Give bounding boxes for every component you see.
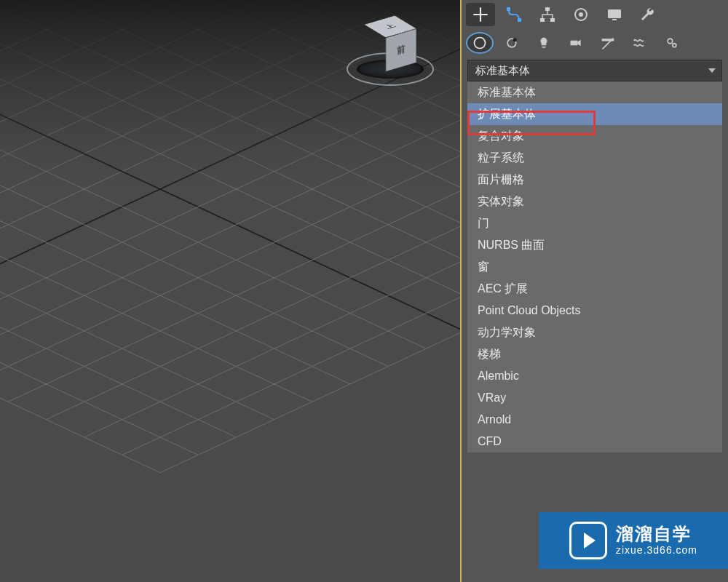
svg-rect-13	[571, 41, 578, 46]
tab-utilities[interactable]	[633, 3, 662, 26]
category-option[interactable]: 粒子系统	[467, 147, 722, 169]
svg-rect-7	[608, 9, 621, 18]
subtab-shapes[interactable]	[498, 32, 526, 54]
display-icon	[606, 6, 623, 23]
plus-icon	[471, 5, 490, 24]
category-option[interactable]: 面片栅格	[467, 169, 722, 191]
viewport[interactable]: 上 前 左	[0, 0, 462, 582]
watermark: 溜溜自学 zixue.3d66.com	[539, 512, 728, 569]
svg-rect-12	[542, 47, 546, 48]
svg-rect-8	[612, 19, 617, 20]
subtab-cameras[interactable]	[562, 32, 590, 54]
category-option[interactable]: Alembic	[467, 365, 722, 387]
hierarchy-icon	[539, 6, 556, 23]
camera-icon	[569, 36, 583, 50]
tab-create[interactable]	[466, 3, 495, 26]
motion-icon	[572, 6, 590, 23]
category-option[interactable]: 楼梯	[467, 343, 722, 365]
create-subtabs	[462, 29, 728, 57]
subtab-helpers[interactable]	[594, 32, 622, 54]
bulb-icon	[537, 36, 551, 50]
svg-rect-3	[540, 18, 545, 22]
subtab-geometry[interactable]	[466, 32, 494, 54]
svg-point-16	[673, 44, 676, 47]
category-option[interactable]: 扩展基本体	[467, 103, 722, 125]
gears-icon	[665, 36, 679, 50]
viewcube-cube[interactable]: 上 前 左	[375, 22, 406, 65]
tab-modify[interactable]	[499, 3, 529, 26]
category-option[interactable]: 门	[467, 212, 722, 234]
category-option[interactable]: AEC 扩展	[467, 278, 722, 300]
dropdown-current-label: 标准基本体	[475, 64, 530, 76]
category-option[interactable]: NURBS 曲面	[467, 234, 722, 256]
sphere-icon	[472, 36, 487, 50]
tab-hierarchy[interactable]	[533, 3, 562, 26]
svg-rect-0	[507, 7, 510, 11]
category-option[interactable]: Arnold	[467, 409, 722, 431]
watermark-title: 溜溜自学	[616, 525, 697, 543]
bezier-icon	[505, 6, 523, 23]
watermark-text: 溜溜自学 zixue.3d66.com	[616, 525, 697, 556]
category-option[interactable]: CFD	[467, 431, 722, 453]
subtab-spacewarps[interactable]	[626, 32, 654, 54]
shape-icon	[505, 36, 519, 50]
category-option[interactable]: 动力学对象	[467, 322, 722, 343]
svg-point-15	[668, 39, 673, 44]
tab-motion[interactable]	[566, 3, 596, 26]
ruler-icon	[601, 36, 615, 50]
svg-point-6	[579, 12, 583, 17]
svg-rect-2	[545, 7, 550, 11]
category-option[interactable]: 实体对象	[467, 191, 722, 212]
subtab-lights[interactable]	[530, 32, 558, 54]
viewcube[interactable]: 上 前 左	[347, 15, 434, 102]
svg-rect-4	[550, 18, 555, 22]
category-option[interactable]: VRay	[467, 387, 722, 409]
category-option[interactable]: 标准基本体	[467, 81, 722, 103]
waves-icon	[633, 36, 647, 50]
svg-point-9	[475, 38, 486, 49]
wrench-icon	[639, 6, 657, 23]
subtab-systems[interactable]	[658, 32, 686, 54]
category-option[interactable]: Point Cloud Objects	[467, 300, 722, 322]
tab-display[interactable]	[600, 3, 629, 26]
category-option[interactable]: 窗	[467, 256, 722, 278]
geometry-category-list: 标准基本体扩展基本体复合对象粒子系统面片栅格实体对象门NURBS 曲面窗AEC …	[467, 81, 722, 453]
svg-point-11	[513, 38, 517, 41]
command-panel: 标准基本体 标准基本体扩展基本体复合对象粒子系统面片栅格实体对象门NURBS 曲…	[462, 0, 728, 582]
geometry-category-dropdown[interactable]: 标准基本体	[467, 60, 722, 81]
play-icon	[569, 522, 607, 559]
watermark-subtitle: zixue.3d66.com	[616, 544, 697, 556]
command-panel-tabs	[462, 0, 728, 29]
category-option[interactable]: 复合对象	[467, 125, 722, 147]
